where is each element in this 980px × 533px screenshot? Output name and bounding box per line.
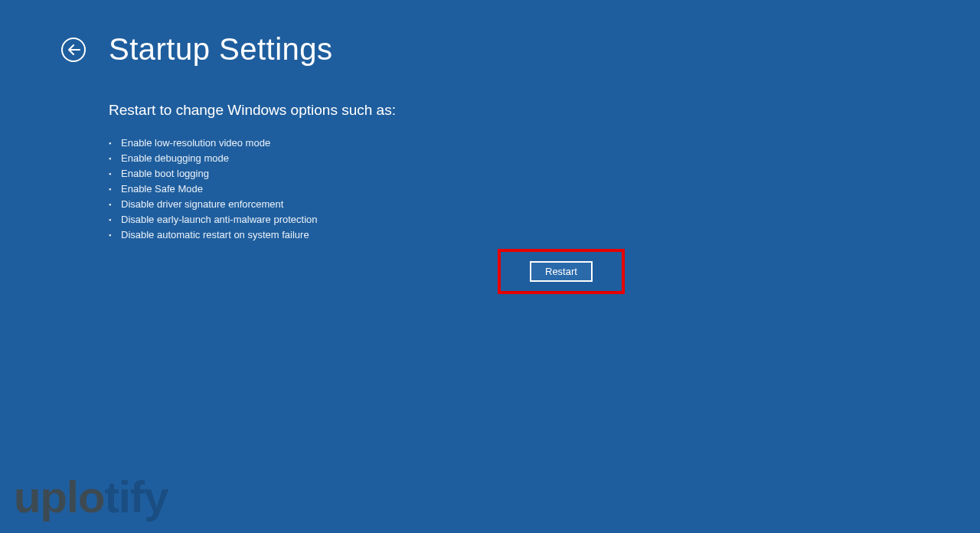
- list-item: Enable Safe Mode: [119, 181, 980, 197]
- list-item: Enable low-resolution video mode: [119, 136, 980, 151]
- back-button[interactable]: [61, 38, 86, 62]
- back-arrow-icon: [68, 44, 79, 55]
- highlight-annotation: Restart: [498, 249, 625, 294]
- watermark-part1: uplo: [14, 472, 104, 522]
- restart-button[interactable]: Restart: [530, 261, 593, 282]
- list-item: Enable debugging mode: [119, 151, 980, 166]
- list-item: Disable driver signature enforcement: [119, 197, 980, 212]
- page-title: Startup Settings: [109, 32, 333, 67]
- list-item: Disable automatic restart on system fail…: [119, 227, 980, 243]
- options-list: Enable low-resolution video mode Enable …: [109, 136, 980, 243]
- list-item: Disable early-launch anti-malware protec…: [119, 212, 980, 227]
- watermark: uplotify: [14, 475, 168, 519]
- watermark-part2: tify: [104, 472, 168, 522]
- subtitle: Restart to change Windows options such a…: [109, 102, 980, 119]
- list-item: Enable boot logging: [119, 166, 980, 181]
